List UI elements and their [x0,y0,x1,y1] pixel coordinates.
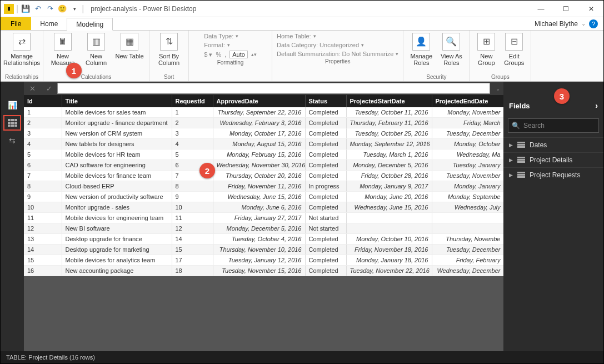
table-row[interactable]: 4New tablets for designers4Monday, Augus… [24,139,503,149]
data-view-button[interactable] [4,116,20,129]
new-table-icon: ▦ [121,33,138,51]
new-measure-button[interactable]: 🖩New Measure [48,33,78,66]
table-row[interactable]: 9New version of productivity software9We… [24,192,503,202]
chevron-right-icon[interactable]: › [595,101,598,110]
cell-id: 5 [24,149,62,160]
field-table-item[interactable]: ▶Project Requests [503,167,603,182]
cell-status: Not started [305,223,346,234]
col-header-title[interactable]: Title [62,95,172,107]
save-icon[interactable]: 💾 [21,4,31,14]
maximize-button[interactable]: ☐ [553,1,578,17]
quick-access-toolbar: ▮ | 💾 ↶ ↷ 🙂 ▾ | [1,4,84,14]
table-row[interactable]: 14Desktop upgrade for marketing15Thursda… [24,245,503,255]
help-icon[interactable]: ? [589,19,598,28]
cell-projectedenddate: Tuesday, January [432,160,503,171]
table-row[interactable]: 12New BI software12Monday, December 5, 2… [24,223,503,234]
ribbon-tabs: File Home Modeling Michael Blythe ⌄ ? [1,17,603,31]
callout-1: 1 [66,63,82,78]
format-dropdown[interactable]: Format: ▾ [204,42,230,48]
col-header-id[interactable]: Id [24,95,62,107]
formula-input[interactable] [57,83,490,94]
view-as-roles-button[interactable]: 🔍View As Roles [438,33,465,66]
data-table[interactable]: Id Title RequestId ApprovedDate Status P… [24,95,503,276]
ribbon-group-properties: Home Table: ▾ Data Category: Uncategoriz… [272,31,403,81]
edit-groups-button[interactable]: ⊟Edit Groups [502,33,526,66]
field-table-item[interactable]: ▶Dates [503,137,603,152]
col-header-requestid[interactable]: RequestId [172,95,213,107]
formula-cancel-icon[interactable]: ✕ [24,84,41,93]
table-row[interactable]: 2Monitor upgrade - finance department2We… [24,118,503,128]
table-row[interactable]: 15Mobile devices for analytics team17Tue… [24,255,503,266]
report-view-button[interactable]: 📊 [4,98,20,112]
col-header-projectedenddate[interactable]: ProjectedEndDate [432,95,503,107]
ribbon-group-formatting: Data Type: ▾ Format: ▾ $ ▾ % , Auto ▴▾ F… [189,31,272,81]
manage-relationships-button[interactable]: ⇄ Manage Relationships [7,33,37,66]
cell-approveddate: Monday, December 5, 2016 [213,223,305,234]
table-row[interactable]: 13Desktop upgrade for finance14Tuesday, … [24,234,503,245]
tab-modeling[interactable]: Modeling [67,18,113,31]
qat-separator: | [16,4,18,14]
close-button[interactable]: ✕ [578,1,603,17]
qat-dropdown-icon[interactable]: ▾ [69,4,79,14]
cell-requestid: 8 [172,181,213,192]
currency-button[interactable]: $ ▾ [204,51,212,58]
table-row[interactable]: 3New version of CRM system3Monday, Octob… [24,128,503,139]
ribbon-group-security: 👤Manage Roles 🔍View As Roles Security [403,31,470,81]
cell-title: Mobile devices for engineering team [62,213,172,223]
data-type-dropdown[interactable]: Data Type: ▾ [204,33,238,39]
default-summarization-dropdown[interactable]: Default Summarization: Do Not Summarize … [277,51,398,57]
percent-button[interactable]: % [216,51,221,58]
formatting-controls: $ ▾ % , Auto ▴▾ [204,51,257,58]
cell-approveddate: Monday, August 15, 2016 [213,139,305,149]
formula-commit-icon[interactable]: ✓ [41,84,57,93]
chevron-down-icon: ▾ [236,33,238,39]
smiley-icon[interactable]: 🙂 [57,4,67,14]
cell-title: New accounting package [62,266,172,276]
model-view-button[interactable]: ⇆ [4,134,20,147]
col-header-projectedstartdate[interactable]: ProjectedStartDate [346,95,432,107]
home-table-dropdown[interactable]: Home Table: ▾ [277,33,316,39]
stepper-icon[interactable]: ▴▾ [251,52,257,57]
new-column-button[interactable]: ▥New Column [81,33,111,66]
ribbon-group-label: Groups [491,73,510,80]
tab-file[interactable]: File [1,17,31,30]
decimal-places[interactable]: Auto [229,51,248,58]
data-category-dropdown[interactable]: Data Category: Uncategorized ▾ [277,42,364,48]
field-table-item[interactable]: ▶Project Details [503,152,603,167]
sort-by-column-button[interactable]: ⇅Sort By Column [154,33,184,66]
undo-icon[interactable]: ↶ [33,4,43,14]
fields-search[interactable]: 🔍 Search [508,118,599,133]
table-row[interactable]: 5Mobile devices for HR team5Monday, Febr… [24,149,503,160]
table-row[interactable]: 11Mobile devices for engineering team11F… [24,213,503,223]
search-icon: 🔍 [512,122,520,129]
cell-id: 2 [24,118,62,128]
cell-requestid: 1 [172,107,213,118]
cell-projectedenddate: Wednesday, July [432,202,503,213]
cell-projectedstartdate: Monday, December 5, 2016 [346,160,432,171]
table-row[interactable]: 16New accounting package18Tuesday, Novem… [24,266,503,276]
cell-status: Completed [305,234,346,245]
cell-projectedstartdate [346,213,432,223]
cell-title: New tablets for designers [62,139,172,149]
new-table-button[interactable]: ▦New Table [114,33,144,59]
table-row[interactable]: 1Mobile devices for sales team1Thursday,… [24,107,503,118]
cell-title: Mobile devices for sales team [62,107,172,118]
formula-expand-icon[interactable]: ⌄ [492,86,503,92]
cell-projectedstartdate: Tuesday, October 11, 2016 [346,107,432,118]
table-row[interactable]: 8Cloud-based ERP8Friday, November 11, 20… [24,181,503,192]
table-row[interactable]: 6CAD software for engineering6Wednesday,… [24,160,503,171]
redo-icon[interactable]: ↷ [45,4,55,14]
cell-requestid: 14 [172,234,213,245]
cell-title: Desktop upgrade for finance [62,234,172,245]
col-header-approveddate[interactable]: ApprovedDate [213,95,305,107]
cell-approveddate: Wednesday, June 15, 2016 [213,192,305,202]
minimize-button[interactable]: — [528,1,553,17]
manage-roles-button[interactable]: 👤Manage Roles [408,33,435,66]
new-group-button[interactable]: ⊞New Group [474,33,498,66]
col-header-status[interactable]: Status [305,95,346,107]
tab-home[interactable]: Home [31,17,67,30]
table-row[interactable]: 7Mobile devices for finance team7Thursda… [24,171,503,181]
user-account[interactable]: Michael Blythe ⌄ ? [535,17,603,30]
table-row[interactable]: 10Monitor upgrade - sales10Monday, June … [24,202,503,213]
comma-button[interactable]: , [224,51,226,58]
